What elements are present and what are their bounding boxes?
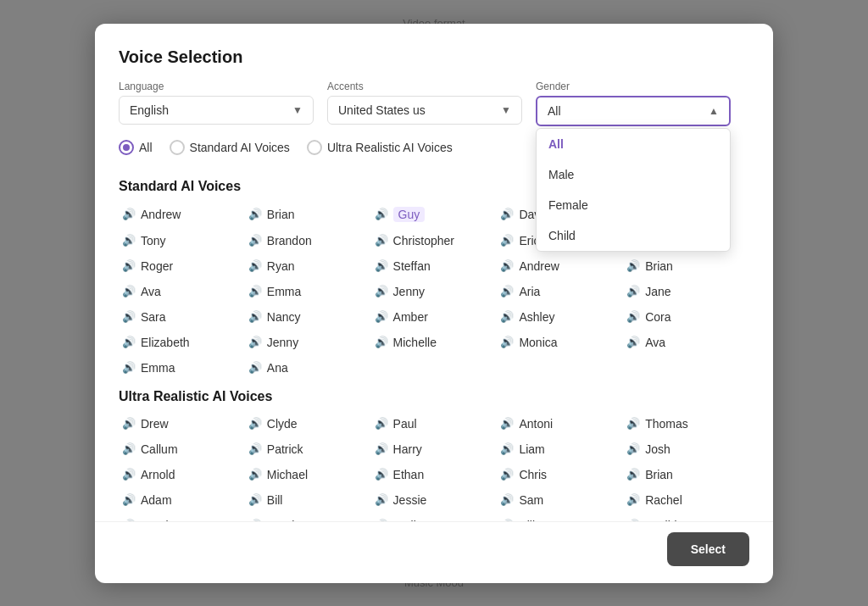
voice-item[interactable]: 🔊Aria bbox=[497, 281, 623, 303]
voice-item[interactable]: 🔊Arnold bbox=[119, 464, 245, 486]
speaker-icon: 🔊 bbox=[626, 285, 640, 297]
voice-name: Harry bbox=[393, 442, 422, 456]
language-select[interactable]: English ▼ bbox=[119, 96, 314, 125]
voice-item[interactable]: 🔊Brian bbox=[623, 464, 749, 486]
speaker-icon: 🔊 bbox=[626, 417, 640, 430]
voice-name: Callum bbox=[141, 442, 178, 456]
voice-item[interactable]: 🔊Brandon bbox=[245, 230, 371, 252]
voice-item[interactable]: 🔊Chris bbox=[497, 464, 623, 486]
gender-option-child[interactable]: Child bbox=[537, 220, 730, 251]
voice-selection-modal: Voice Selection Language English ▼ Accen… bbox=[95, 24, 773, 583]
voice-item[interactable]: 🔊Andrew bbox=[119, 203, 245, 226]
speaker-icon: 🔊 bbox=[375, 468, 388, 481]
voice-item[interactable]: 🔊Sarah bbox=[245, 514, 371, 521]
speaker-icon: 🔊 bbox=[375, 285, 388, 297]
voice-name: Michelle bbox=[393, 336, 437, 349]
voice-name: Paul bbox=[393, 417, 417, 431]
voice-item[interactable]: 🔊Patrick bbox=[245, 438, 371, 460]
voice-item[interactable]: 🔊Amber bbox=[371, 306, 498, 328]
voice-name: Jane bbox=[645, 285, 670, 298]
voice-item[interactable]: 🔊Emma bbox=[245, 281, 371, 303]
voice-item[interactable]: 🔊Ethan bbox=[371, 464, 498, 486]
speaker-icon: 🔊 bbox=[248, 493, 262, 506]
speaker-icon: 🔊 bbox=[122, 208, 136, 220]
speaker-icon: 🔊 bbox=[500, 442, 514, 455]
voice-item[interactable]: 🔊Elizabeth bbox=[119, 331, 245, 353]
voice-item[interactable]: 🔊Ryan bbox=[245, 255, 371, 277]
radio-all[interactable]: All bbox=[119, 140, 153, 155]
voice-name: Andrew bbox=[141, 208, 181, 221]
voice-name: Ana bbox=[267, 361, 288, 375]
voice-item[interactable]: 🔊Andrew bbox=[497, 255, 623, 277]
gender-option-all[interactable]: All bbox=[537, 129, 730, 159]
voice-item[interactable]: 🔊Brian bbox=[245, 203, 371, 226]
voice-item[interactable]: 🔊Clyde bbox=[245, 413, 371, 435]
modal-title: Voice Selection bbox=[119, 47, 749, 67]
speaker-icon: 🔊 bbox=[122, 493, 136, 506]
voice-item[interactable]: 🔊Adam bbox=[119, 489, 245, 511]
voice-item[interactable]: 🔊Ava bbox=[623, 331, 749, 353]
voice-item[interactable]: 🔊Antoni bbox=[497, 413, 623, 435]
voice-item[interactable]: 🔊Josh bbox=[623, 438, 749, 460]
voice-item[interactable]: 🔊Tony bbox=[119, 230, 245, 252]
speaker-icon: 🔊 bbox=[248, 285, 262, 297]
speaker-icon: 🔊 bbox=[626, 259, 640, 272]
voice-item[interactable]: 🔊Brian bbox=[623, 255, 749, 277]
ultra-section-title: Ultra Realistic AI Voices bbox=[119, 389, 749, 404]
speaker-icon: 🔊 bbox=[500, 493, 514, 506]
voice-item[interactable]: 🔊Christopher bbox=[371, 230, 498, 252]
speaker-icon: 🔊 bbox=[248, 234, 262, 247]
voice-item[interactable]: 🔊Bill bbox=[245, 489, 371, 511]
voice-item[interactable]: 🔊Sam bbox=[497, 489, 623, 511]
voice-item[interactable]: 🔊Cora bbox=[623, 306, 749, 328]
accents-select[interactable]: United States us ▼ bbox=[327, 96, 522, 125]
voice-name: Christopher bbox=[393, 234, 454, 247]
voice-item[interactable]: 🔊Matilda bbox=[623, 514, 749, 521]
voice-item[interactable]: 🔊Jenny bbox=[371, 281, 498, 303]
voice-name: Emma bbox=[267, 285, 301, 298]
modal-header: Voice Selection Language English ▼ Accen… bbox=[95, 24, 773, 169]
speaker-icon: 🔊 bbox=[626, 442, 640, 455]
voice-item[interactable]: 🔊Rachel bbox=[623, 489, 749, 511]
voice-item[interactable]: 🔊Drew bbox=[119, 413, 245, 435]
speaker-icon: 🔊 bbox=[375, 234, 388, 247]
voice-item[interactable]: 🔊Emily bbox=[371, 514, 498, 521]
gender-option-male[interactable]: Male bbox=[537, 159, 730, 190]
voice-item[interactable]: 🔊Liam bbox=[497, 438, 623, 460]
radio-standard[interactable]: Standard AI Voices bbox=[170, 140, 290, 155]
voice-item[interactable]: 🔊Paul bbox=[371, 413, 498, 435]
speaker-icon: 🔊 bbox=[248, 468, 262, 481]
voice-item[interactable]: 🔊Jessie bbox=[371, 489, 498, 511]
accents-label: Accents bbox=[327, 81, 522, 92]
voice-item[interactable]: 🔊Callum bbox=[119, 438, 245, 460]
voice-item[interactable]: 🔊Sara bbox=[119, 306, 245, 328]
select-button[interactable]: Select bbox=[667, 532, 749, 566]
voice-name: Steffan bbox=[393, 259, 431, 273]
voice-name: Jenny bbox=[267, 336, 298, 349]
speaker-icon: 🔊 bbox=[500, 234, 514, 247]
voice-item[interactable]: 🔊Harry bbox=[371, 438, 498, 460]
voice-item[interactable]: 🔊Monica bbox=[497, 331, 623, 353]
voice-name: Chris bbox=[519, 468, 547, 481]
voice-item[interactable]: 🔊Ava bbox=[119, 281, 245, 303]
gender-option-female[interactable]: Female bbox=[537, 190, 730, 220]
language-value: English bbox=[130, 103, 169, 117]
voice-item[interactable]: 🔊Thomas bbox=[623, 413, 749, 435]
voice-item[interactable]: 🔊Michael bbox=[245, 464, 371, 486]
voice-item[interactable]: 🔊Ashley bbox=[497, 306, 623, 328]
gender-select[interactable]: All ▲ bbox=[536, 96, 731, 126]
voice-item[interactable]: 🔊Roger bbox=[119, 255, 245, 277]
radio-ultra[interactable]: Ultra Realistic AI Voices bbox=[307, 140, 453, 155]
voice-item[interactable]: 🔊Ana bbox=[245, 357, 371, 379]
voice-item[interactable]: 🔊Michelle bbox=[371, 331, 498, 353]
voice-item[interactable]: 🔊Jane bbox=[623, 281, 749, 303]
voice-item[interactable]: 🔊Nancy bbox=[245, 306, 371, 328]
voice-item[interactable]: 🔊Elli bbox=[497, 514, 623, 521]
voice-item[interactable]: 🔊Emma bbox=[119, 357, 245, 379]
voice-name: Ethan bbox=[393, 468, 425, 481]
voice-item[interactable]: 🔊Jenny bbox=[245, 331, 371, 353]
voice-item[interactable]: 🔊Domi bbox=[119, 514, 245, 521]
voice-item[interactable]: 🔊Guy bbox=[371, 203, 498, 226]
voice-item[interactable]: 🔊Steffan bbox=[371, 255, 498, 277]
voice-name: Jenny bbox=[393, 285, 425, 298]
